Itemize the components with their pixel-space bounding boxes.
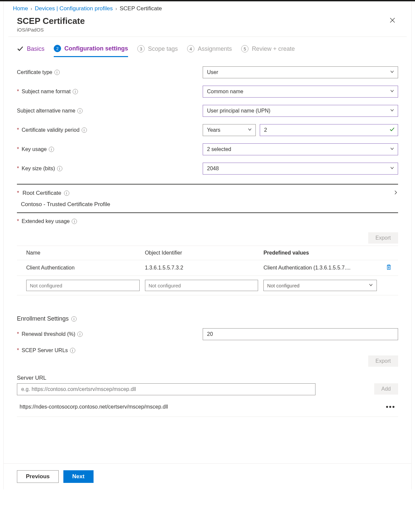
- info-icon[interactable]: i: [77, 108, 83, 114]
- info-icon[interactable]: i: [57, 166, 62, 171]
- chevron-right-icon: [393, 190, 398, 196]
- list-item: https://ndes-contosocorp.contoso.net/cer…: [17, 395, 398, 417]
- required-indicator: *: [17, 166, 19, 172]
- table-row: Not configured: [17, 276, 398, 295]
- server-url-input[interactable]: [17, 383, 315, 395]
- page-title: SCEP Certificate: [17, 16, 85, 26]
- step-label: Scope tags: [148, 45, 178, 52]
- export-button[interactable]: Export: [368, 232, 398, 244]
- checkmark-icon: [389, 127, 395, 133]
- validity-value-input[interactable]: [260, 124, 398, 136]
- eku-name-input[interactable]: [26, 280, 140, 291]
- breadcrumb-current: SCEP Certificate: [120, 5, 162, 12]
- step-assignments[interactable]: 4 Assignments: [187, 45, 232, 56]
- scep-server-urls-label: SCEP Server URLs: [22, 347, 68, 353]
- validity-period-label: Certificate validity period: [22, 127, 79, 133]
- add-button[interactable]: Add: [374, 383, 398, 395]
- step-scope-tags[interactable]: 3 Scope tags: [137, 45, 178, 56]
- select-value: 2048: [207, 166, 219, 172]
- select-value: Not configured: [267, 283, 300, 288]
- subject-name-format-label: Subject name format: [22, 89, 71, 95]
- info-icon[interactable]: i: [72, 219, 77, 224]
- info-icon[interactable]: i: [70, 348, 75, 353]
- key-usage-select[interactable]: 2 selected: [203, 143, 398, 155]
- chevron-down-icon: [390, 166, 394, 172]
- extended-key-usage-label: Extended key usage: [22, 218, 70, 224]
- breadcrumb: Home › Devices | Configuration profiles …: [4, 1, 411, 14]
- key-size-select[interactable]: 2048: [203, 163, 398, 175]
- next-button[interactable]: Next: [63, 470, 94, 483]
- info-icon[interactable]: i: [82, 127, 87, 133]
- step-label: Review + create: [252, 45, 295, 52]
- step-number-badge: 4: [187, 45, 194, 52]
- key-size-label: Key size (bits): [22, 166, 55, 172]
- previous-button[interactable]: Previous: [17, 470, 59, 483]
- select-value: User: [207, 69, 218, 75]
- required-indicator: *: [17, 331, 19, 337]
- root-certificate-label: Root Certificate: [23, 190, 61, 196]
- eku-predefined-select[interactable]: Not configured: [263, 280, 377, 291]
- eku-table: Name Object Identifier Predefined values…: [17, 246, 398, 295]
- chevron-down-icon: [390, 89, 394, 95]
- select-value: User principal name (UPN): [207, 108, 270, 114]
- required-indicator: *: [17, 146, 19, 152]
- validity-unit-select[interactable]: Years: [203, 124, 256, 136]
- select-value: 2 selected: [207, 146, 231, 152]
- chevron-down-icon: [247, 127, 252, 133]
- table-header: Name Object Identifier Predefined values: [17, 246, 398, 260]
- info-icon[interactable]: i: [54, 70, 60, 75]
- wizard-footer: Previous Next: [4, 463, 411, 490]
- chevron-down-icon: [390, 108, 394, 114]
- eku-predefined: Client Authentication (1.3.6.1.5.5.7....: [263, 265, 377, 271]
- renewal-threshold-label: Renewal threshold (%): [22, 331, 75, 337]
- chevron-down-icon: [390, 69, 394, 75]
- export-button[interactable]: Export: [368, 355, 398, 367]
- required-indicator: *: [17, 218, 19, 224]
- server-url-value: https://ndes-contosocorp.contoso.net/cer…: [20, 404, 168, 410]
- chevron-right-icon: ›: [115, 6, 117, 11]
- more-options-button[interactable]: •••: [386, 403, 395, 411]
- info-icon[interactable]: i: [71, 316, 77, 322]
- subject-name-format-select[interactable]: Common name: [203, 86, 398, 98]
- renewal-threshold-input[interactable]: [203, 328, 398, 340]
- eku-name: Client Authentication: [26, 265, 140, 271]
- select-value: Common name: [207, 89, 243, 95]
- close-button[interactable]: [387, 16, 398, 26]
- step-label: Basics: [27, 45, 44, 52]
- table-row: Client Authentication 1.3.6.1.5.5.7.3.2 …: [17, 260, 398, 276]
- chevron-down-icon: [369, 283, 373, 288]
- breadcrumb-home[interactable]: Home: [13, 5, 28, 12]
- breadcrumb-devices[interactable]: Devices | Configuration profiles: [35, 5, 113, 12]
- info-icon[interactable]: i: [64, 190, 69, 196]
- certificate-type-select[interactable]: User: [203, 66, 398, 78]
- required-indicator: *: [17, 127, 19, 133]
- san-select[interactable]: User principal name (UPN): [203, 105, 398, 117]
- col-oid: Object Identifier: [145, 250, 258, 256]
- info-icon[interactable]: i: [73, 89, 78, 94]
- info-icon[interactable]: i: [49, 147, 54, 152]
- required-indicator: *: [17, 347, 19, 353]
- step-label: Assignments: [198, 45, 232, 52]
- step-configuration-settings[interactable]: 2 Configuration settings: [54, 45, 128, 57]
- wizard-steps: Basics 2 Configuration settings 3 Scope …: [17, 45, 398, 57]
- checkmark-icon: [17, 45, 24, 52]
- certificate-type-label: Certificate type: [17, 69, 52, 75]
- delete-button[interactable]: [382, 264, 395, 271]
- info-icon[interactable]: i: [77, 332, 83, 337]
- required-indicator: *: [17, 89, 19, 95]
- root-certificate-row[interactable]: * Root Certificate i: [17, 189, 398, 199]
- validity-value-wrapper: [260, 124, 398, 136]
- chevron-right-icon: ›: [31, 6, 32, 11]
- select-value: Years: [207, 127, 220, 133]
- eku-oid-input[interactable]: [145, 280, 258, 291]
- san-label: Subject alternative name: [17, 108, 75, 114]
- close-icon: [389, 17, 395, 23]
- eku-oid: 1.3.6.1.5.5.7.3.2: [145, 265, 258, 271]
- step-review-create[interactable]: 5 Review + create: [241, 45, 295, 56]
- step-number-badge: 2: [54, 45, 61, 52]
- step-label: Configuration settings: [64, 45, 128, 52]
- step-number-badge: 5: [241, 45, 248, 52]
- step-number-badge: 3: [137, 45, 145, 52]
- root-certificate-value: Contoso - Trusted Certificate Profile: [17, 199, 398, 211]
- step-basics[interactable]: Basics: [17, 45, 44, 56]
